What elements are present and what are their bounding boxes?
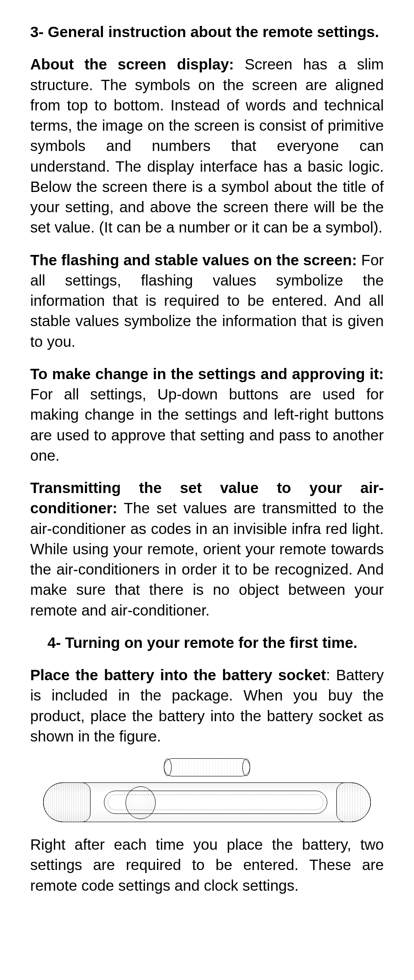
remote-cap-left-icon bbox=[43, 782, 91, 822]
section-3-heading: 3- General instruction about the remote … bbox=[30, 22, 384, 42]
body-screen-display: Screen has a slim structure. The symbols… bbox=[30, 56, 384, 236]
remote-battery-slot-icon bbox=[104, 791, 327, 814]
para-place-battery: Place the battery into the battery socke… bbox=[30, 665, 384, 746]
lead-screen-display: About the screen display: bbox=[30, 56, 234, 72]
body-transmitting: The set values are transmitted to the ai… bbox=[30, 499, 384, 618]
para-transmitting: Transmitting the set value to your air-c… bbox=[30, 477, 384, 620]
remote-cap-right-icon bbox=[336, 782, 371, 822]
battery-remote-figure bbox=[30, 758, 384, 822]
body-change-settings: For all settings, Up-down buttons are us… bbox=[30, 386, 384, 464]
battery-icon bbox=[164, 758, 250, 776]
lead-flashing-values: The flashing and stable values on the sc… bbox=[30, 251, 357, 268]
para-after-battery: Right after each time you place the batt… bbox=[30, 834, 384, 895]
para-screen-display: About the screen display: Screen has a s… bbox=[30, 54, 384, 237]
para-change-settings: To make change in the settings and appro… bbox=[30, 364, 384, 465]
para-flashing-values: The flashing and stable values on the sc… bbox=[30, 250, 384, 352]
remote-body-icon bbox=[43, 782, 371, 822]
section-4-heading: 4- Turning on your remote for the first … bbox=[30, 632, 384, 653]
lead-place-battery: Place the battery into the battery socke… bbox=[30, 666, 326, 683]
lead-change-settings: To make change in the settings and appro… bbox=[30, 365, 384, 382]
